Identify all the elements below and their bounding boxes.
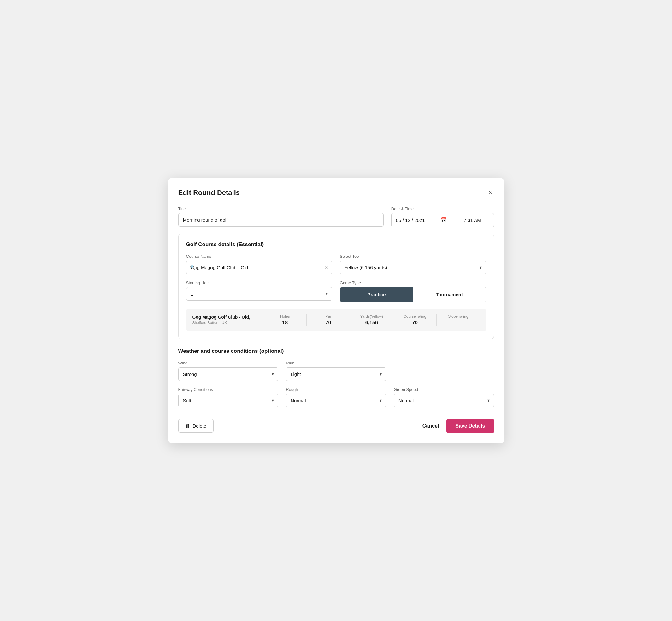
- time-value: 7:31 AM: [464, 217, 481, 223]
- footer-row: 🗑 Delete Cancel Save Details: [178, 414, 494, 433]
- course-rating-stat: Course rating 70: [393, 314, 436, 326]
- course-name-group: Course Name 🔍 ✕: [186, 254, 333, 274]
- rough-dropdown[interactable]: ShortNormalLongVery Long: [286, 394, 386, 407]
- fairway-wrapper: SoftNormalHardWet: [178, 394, 279, 407]
- modal-header: Edit Round Details ×: [178, 188, 494, 198]
- course-name-input[interactable]: [186, 261, 333, 274]
- yards-stat: Yards(Yellow) 6,156: [350, 314, 393, 326]
- close-button[interactable]: ×: [488, 188, 494, 198]
- datetime-label: Date & Time: [391, 206, 494, 211]
- wind-dropdown[interactable]: NoneLightModerateStrongVery Strong: [178, 367, 279, 381]
- fairway-group: Fairway Conditions SoftNormalHardWet: [178, 387, 279, 407]
- rain-wrapper: NoneLightModerateHeavy: [286, 367, 386, 381]
- select-tee-dropdown[interactable]: Yellow (6,156 yards) White Red Blue: [340, 261, 486, 274]
- rough-group: Rough ShortNormalLongVery Long: [286, 387, 386, 407]
- clear-icon[interactable]: ✕: [325, 265, 328, 270]
- wind-group: Wind NoneLightModerateStrongVery Strong: [178, 361, 279, 381]
- rough-label: Rough: [286, 387, 386, 392]
- modal-title: Edit Round Details: [178, 189, 240, 197]
- fairway-dropdown[interactable]: SoftNormalHardWet: [178, 394, 279, 407]
- title-label: Title: [178, 206, 384, 211]
- golf-course-section: Golf Course details (Essential) Course N…: [178, 234, 494, 339]
- par-stat: Par 70: [306, 314, 349, 326]
- starting-hole-dropdown[interactable]: 1234 5678 910: [186, 287, 333, 301]
- fairway-label: Fairway Conditions: [178, 387, 279, 392]
- green-speed-wrapper: SlowNormalFastVery Fast: [394, 394, 494, 407]
- starting-hole-group: Starting Hole 1234 5678 910: [186, 281, 333, 302]
- rain-group: Rain NoneLightModerateHeavy: [286, 361, 386, 381]
- rough-wrapper: ShortNormalLongVery Long: [286, 394, 386, 407]
- edit-round-modal: Edit Round Details × Title Date & Time 0…: [168, 178, 504, 443]
- rain-label: Rain: [286, 361, 386, 365]
- wind-wrapper: NoneLightModerateStrongVery Strong: [178, 367, 279, 381]
- course-info-location: Shelford Bottom, UK: [193, 321, 263, 325]
- yards-label: Yards(Yellow): [354, 314, 389, 319]
- yards-value: 6,156: [365, 320, 378, 325]
- par-label: Par: [310, 314, 346, 319]
- course-rating-label: Course rating: [397, 314, 432, 319]
- conditions-title: Weather and course conditions (optional): [178, 348, 494, 355]
- delete-label: Delete: [193, 423, 206, 428]
- course-rating-value: 70: [412, 320, 418, 325]
- green-speed-label: Green Speed: [394, 387, 494, 392]
- search-icon: 🔍: [190, 265, 195, 270]
- game-type-group: Game Type Practice Tournament: [340, 281, 486, 302]
- par-value: 70: [326, 320, 331, 325]
- starting-hole-label: Starting Hole: [186, 281, 333, 285]
- game-type-toggle: Practice Tournament: [340, 287, 486, 302]
- wind-rain-row: Wind NoneLightModerateStrongVery Strong …: [178, 361, 494, 381]
- calendar-icon: 📅: [440, 217, 447, 223]
- cancel-button[interactable]: Cancel: [422, 423, 439, 429]
- select-tee-label: Select Tee: [340, 254, 486, 259]
- select-tee-wrapper: Yellow (6,156 yards) White Red Blue: [340, 261, 486, 274]
- course-name-label: Course Name: [186, 254, 333, 259]
- holes-stat: Holes 18: [263, 314, 306, 326]
- course-info-name: Gog Magog Golf Club - Old, Shelford Bott…: [193, 315, 263, 325]
- date-value: 05 / 12 / 2021: [396, 217, 425, 223]
- course-info-primary: Gog Magog Golf Club - Old,: [193, 315, 263, 320]
- green-speed-group: Green Speed SlowNormalFastVery Fast: [394, 387, 494, 407]
- slope-rating-stat: Slope rating -: [436, 314, 479, 326]
- green-speed-dropdown[interactable]: SlowNormalFastVery Fast: [394, 394, 494, 407]
- title-input[interactable]: [178, 213, 384, 226]
- footer-right: Cancel Save Details: [422, 419, 494, 433]
- fairway-rough-green-row: Fairway Conditions SoftNormalHardWet Rou…: [178, 387, 494, 407]
- practice-toggle-button[interactable]: Practice: [340, 287, 413, 302]
- holes-label: Holes: [267, 314, 302, 319]
- title-datetime-row: Title Date & Time 05 / 12 / 2021 📅 7:31 …: [178, 206, 494, 227]
- datetime-group: Date & Time 05 / 12 / 2021 📅 7:31 AM: [391, 206, 494, 227]
- conditions-section: Weather and course conditions (optional)…: [178, 348, 494, 407]
- delete-button[interactable]: 🗑 Delete: [178, 419, 214, 432]
- hole-gametype-row: Starting Hole 1234 5678 910 Game Type Pr…: [186, 281, 486, 302]
- game-type-label: Game Type: [340, 281, 486, 285]
- save-button[interactable]: Save Details: [447, 419, 494, 433]
- trash-icon: 🗑: [185, 423, 190, 428]
- course-tee-row: Course Name 🔍 ✕ Select Tee Yellow (6,156…: [186, 254, 486, 274]
- course-name-wrapper: 🔍 ✕: [186, 261, 333, 274]
- title-group: Title: [178, 206, 384, 227]
- date-time-inputs: 05 / 12 / 2021 📅 7:31 AM: [391, 213, 494, 227]
- date-input[interactable]: 05 / 12 / 2021 📅: [391, 213, 451, 227]
- holes-value: 18: [282, 320, 288, 325]
- time-input[interactable]: 7:31 AM: [451, 213, 494, 227]
- course-info-bar: Gog Magog Golf Club - Old, Shelford Bott…: [186, 308, 486, 331]
- slope-rating-value: -: [458, 320, 459, 325]
- slope-rating-label: Slope rating: [440, 314, 476, 319]
- rain-dropdown[interactable]: NoneLightModerateHeavy: [286, 367, 386, 381]
- golf-course-title: Golf Course details (Essential): [186, 241, 486, 248]
- wind-label: Wind: [178, 361, 279, 365]
- tournament-toggle-button[interactable]: Tournament: [413, 287, 486, 302]
- select-tee-group: Select Tee Yellow (6,156 yards) White Re…: [340, 254, 486, 274]
- starting-hole-wrapper: 1234 5678 910: [186, 287, 333, 301]
